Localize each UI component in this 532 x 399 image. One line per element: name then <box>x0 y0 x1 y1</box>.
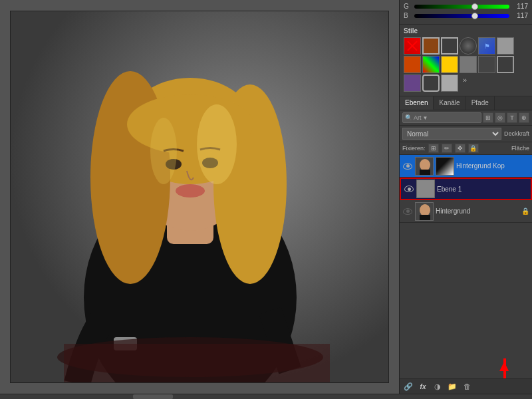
svg-point-18 <box>420 159 430 171</box>
fixieren-label: Fixieren: <box>402 145 426 152</box>
color-section: G 117 B 117 <box>400 0 532 25</box>
ebenen-toolbar: 🔍 Art ▼ ⊞ ◎ T ⊕ <box>400 110 532 126</box>
bottom-scroll-bar[interactable] <box>0 394 532 399</box>
stile-item-5[interactable]: ⚑ <box>478 37 495 55</box>
stile-item-6[interactable] <box>497 37 514 55</box>
layer-thumb-mask-content-1 <box>436 158 454 175</box>
layer-name-3: Hintergrund <box>436 207 519 215</box>
stile-row-2 <box>404 56 528 73</box>
svg-point-16 <box>150 118 177 184</box>
layers-list: Hintergrund Kop Ebene 1 <box>400 155 532 378</box>
photo-image <box>11 11 389 383</box>
fixieren-row: Fixieren: ⊞ ✏ ✤ 🔒 Fläche <box>400 142 532 155</box>
link-icon[interactable]: 🔗 <box>402 381 414 392</box>
text-icon[interactable]: T <box>507 112 517 123</box>
b-slider-thumb[interactable] <box>471 13 478 19</box>
stile-item-8[interactable] <box>422 56 440 73</box>
svg-rect-14 <box>64 344 330 383</box>
folder-icon[interactable]: 📁 <box>446 381 458 392</box>
eye-pupil-2 <box>408 188 411 191</box>
eye-icon-3 <box>403 208 412 215</box>
ebenen-tabs: Ebenen Kanäle Pfade <box>400 96 532 110</box>
b-label: B <box>404 12 412 19</box>
layer-thumb-blank-content-2 <box>417 180 434 198</box>
blend-mode-row: Normal Deckkraft <box>400 126 532 142</box>
stile-item-13[interactable] <box>404 74 421 92</box>
adjustment-icon[interactable]: ⊕ <box>519 112 529 123</box>
g-slider-track[interactable] <box>414 5 509 9</box>
red-arrow-stem <box>503 358 506 378</box>
eye-pupil-1 <box>406 164 410 168</box>
stile-item-1[interactable] <box>404 37 421 55</box>
stile-section: Stile ⚑ <box>400 25 532 96</box>
blend-mode-select[interactable]: Normal <box>402 128 501 140</box>
stile-item-3[interactable] <box>441 37 458 55</box>
layer-visibility-3[interactable] <box>402 206 413 217</box>
layers-bottom-bar: 🔗 fx ◑ 📁 🗑 <box>400 378 532 394</box>
stile-row-3: » <box>404 74 528 92</box>
stile-item-2[interactable] <box>422 37 440 55</box>
b-value: 117 <box>512 12 528 19</box>
new-group-icon[interactable]: ⊞ <box>483 112 493 123</box>
layer-name-1: Hintergrund Kop <box>456 162 529 170</box>
stile-item-14[interactable] <box>422 74 440 92</box>
lock-icon-3: 🔒 <box>521 207 529 215</box>
stile-item-4[interactable] <box>460 37 477 55</box>
svg-point-11 <box>176 184 205 198</box>
fix-move-icon[interactable]: ✤ <box>455 144 466 153</box>
b-slider-row: B 117 <box>404 12 528 19</box>
fix-brush-icon[interactable]: ✏ <box>442 144 452 153</box>
stile-item-7[interactable] <box>404 56 421 73</box>
layer-thumb-mask-1 <box>436 157 454 176</box>
canvas-area <box>0 0 399 394</box>
tab-ebenen[interactable]: Ebenen <box>400 96 434 110</box>
stile-item-12[interactable] <box>497 56 514 73</box>
stile-item-15[interactable] <box>441 74 458 92</box>
layer-name-2: Ebene 1 <box>437 186 528 193</box>
delete-icon[interactable]: 🗑 <box>461 381 473 392</box>
eye-pupil-3 <box>406 209 410 213</box>
scroll-thumb[interactable] <box>133 394 173 399</box>
layer-thumb-blank-2 <box>416 180 435 198</box>
svg-rect-19 <box>420 170 430 176</box>
layer-row-hintergrund[interactable]: Hintergrund 🔒 <box>400 200 532 223</box>
stile-title: Stile <box>404 27 528 35</box>
filter-icon[interactable]: ◎ <box>495 112 505 123</box>
stile-item-10[interactable] <box>460 56 477 73</box>
right-panel: G 117 B 117 Stile <box>399 0 532 394</box>
stile-more-icon[interactable]: » <box>460 74 470 85</box>
g-value: 117 <box>512 3 528 10</box>
layer-row-ebene1[interactable]: Ebene 1 <box>400 178 532 200</box>
layer-thumb-photo-content-1 <box>416 158 433 175</box>
fx-icon[interactable]: fx <box>417 381 429 392</box>
g-slider-thumb[interactable] <box>471 3 478 10</box>
flache-label: Fläche <box>511 145 529 152</box>
svg-point-15 <box>197 104 237 184</box>
g-slider-row: G 117 <box>404 3 528 10</box>
layer-visibility-1[interactable] <box>402 161 413 172</box>
fix-lock-icon[interactable]: 🔒 <box>468 144 479 153</box>
fix-grid-icon[interactable]: ⊞ <box>428 144 439 153</box>
eye-icon-1 <box>403 163 412 170</box>
adjustment-layer-icon[interactable]: ◑ <box>432 381 444 392</box>
stile-item-9[interactable] <box>441 56 458 73</box>
ebenen-section: Ebenen Kanäle Pfade 🔍 Art ▼ ⊞ ◎ T <box>400 96 532 394</box>
eye-icon-2 <box>404 186 414 192</box>
search-icon: 🔍 <box>405 114 412 121</box>
layer-thumb-hg-3 <box>415 202 434 221</box>
photo-container <box>10 11 389 383</box>
search-text: Art <box>414 114 422 121</box>
toolbar-icons: ⊞ ◎ T ⊕ <box>483 112 529 123</box>
layer-thumb-photo-1 <box>415 157 434 176</box>
b-slider-track[interactable] <box>414 14 509 18</box>
svg-rect-22 <box>420 215 430 221</box>
search-dropdown-icon[interactable]: ▼ <box>423 115 428 121</box>
g-label: G <box>404 3 412 10</box>
layer-visibility-2[interactable] <box>404 184 414 194</box>
layer-row-hintergrund-kop[interactable]: Hintergrund Kop <box>400 155 532 178</box>
search-box[interactable]: 🔍 Art ▼ <box>402 112 481 123</box>
tab-kanaele[interactable]: Kanäle <box>434 96 466 110</box>
stile-item-11[interactable] <box>478 56 495 73</box>
tab-pfade[interactable]: Pfade <box>466 96 495 110</box>
deckkraft-label: Deckkraft <box>504 130 529 137</box>
